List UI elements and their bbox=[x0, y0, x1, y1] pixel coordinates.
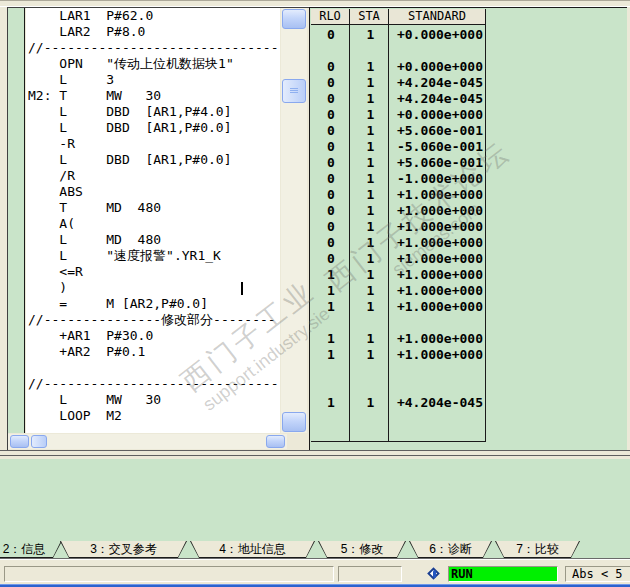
code-line[interactable]: -R bbox=[28, 136, 75, 152]
vertical-scroll-thumb[interactable] bbox=[282, 79, 306, 103]
tab-4[interactable]: 4：地址信息 bbox=[190, 541, 315, 558]
sta-value: 1 bbox=[351, 139, 390, 155]
monitor-row: 01+1.000e+000 bbox=[311, 187, 486, 203]
sta-value: 1 bbox=[351, 267, 390, 283]
rlo-value: 0 bbox=[311, 171, 351, 187]
sta-value: 1 bbox=[351, 219, 390, 235]
tab-6[interactable]: 6：诊断 bbox=[409, 541, 492, 558]
monitor-panel: RLO STA STANDARD 01+0.000e+00001+0.000e+… bbox=[309, 7, 627, 450]
right-arrow-icon bbox=[274, 438, 282, 446]
sta-value: 1 bbox=[351, 347, 390, 363]
code-line[interactable]: /R bbox=[28, 168, 75, 184]
standard-value: -1.000e+000 bbox=[390, 171, 483, 187]
standard-value: +1.000e+000 bbox=[390, 331, 483, 347]
abs-addressing-indicator: Abs < 5 bbox=[565, 566, 630, 582]
tab-label: 3：交叉参考 bbox=[61, 541, 186, 557]
standard-value: +4.204e-045 bbox=[390, 75, 483, 91]
code-line[interactable]: //------------------------------- bbox=[28, 40, 280, 56]
rlo-value: 1 bbox=[311, 267, 351, 283]
code-line[interactable]: L "速度报警".YR1_K bbox=[28, 248, 221, 264]
code-line[interactable]: = M [AR2,P#0.0] bbox=[28, 296, 208, 312]
code-line[interactable]: L DBD [AR1,P#4.0] bbox=[28, 104, 232, 120]
rlo-value: 1 bbox=[311, 347, 351, 363]
code-line[interactable]: LAR1 P#62.0 bbox=[28, 8, 153, 24]
status-field-empty bbox=[338, 566, 402, 582]
standard-value: +1.000e+000 bbox=[390, 219, 483, 235]
thumb-grip-icon bbox=[290, 88, 298, 94]
standard-value: +4.204e-045 bbox=[390, 91, 483, 107]
scroll-left-button[interactable] bbox=[10, 435, 29, 448]
rlo-value: 0 bbox=[311, 203, 351, 219]
horizontal-scroll-thumb[interactable] bbox=[31, 435, 47, 448]
sta-value: 1 bbox=[351, 251, 390, 267]
code-line[interactable]: ) bbox=[28, 280, 67, 296]
up-arrow-icon bbox=[290, 13, 298, 21]
code-line[interactable]: LAR2 P#8.0 bbox=[28, 24, 145, 40]
monitor-row: 01+4.204e-045 bbox=[311, 75, 486, 91]
code-line[interactable]: L 3 bbox=[28, 72, 114, 88]
rlo-value: 0 bbox=[311, 27, 351, 43]
code-line[interactable]: //---------------修改部分-------- bbox=[28, 312, 276, 328]
code-line[interactable]: L MD 480 bbox=[28, 232, 161, 248]
monitor-row: 11+1.000e+000 bbox=[311, 283, 486, 299]
pane-separator[interactable] bbox=[0, 450, 630, 459]
scroll-up-button[interactable] bbox=[282, 9, 306, 29]
header-divider bbox=[311, 24, 486, 25]
code-line[interactable]: LOOP M2 bbox=[28, 408, 122, 424]
monitor-row: 01+1.000e+000 bbox=[311, 251, 486, 267]
monitor-row: 01+0.000e+000 bbox=[311, 107, 486, 123]
code-line[interactable]: OPN "传动上位机数据块1" bbox=[28, 56, 234, 72]
horizontal-scrollbar[interactable] bbox=[8, 434, 287, 449]
rlo-value: 0 bbox=[311, 155, 351, 171]
standard-value: +0.000e+000 bbox=[390, 27, 483, 43]
tab-label: 6：诊断 bbox=[410, 541, 491, 557]
scroll-down-button[interactable] bbox=[282, 412, 306, 432]
code-line[interactable]: L DBD [AR1,P#0.0] bbox=[28, 152, 232, 168]
scrollbar-corner bbox=[287, 434, 307, 449]
code-line[interactable]: +AR2 P#0.1 bbox=[28, 344, 145, 360]
sta-value: 1 bbox=[351, 75, 390, 91]
sta-value: 1 bbox=[351, 283, 390, 299]
toolbar-bottom-strip bbox=[0, 0, 630, 7]
text-caret bbox=[241, 282, 243, 295]
code-line[interactable]: +AR1 P#30.0 bbox=[28, 328, 153, 344]
sta-value: 1 bbox=[351, 187, 390, 203]
tab-label: 7：比较 bbox=[496, 541, 579, 557]
monitor-row: 11+1.000e+000 bbox=[311, 299, 486, 315]
table-bottom-border bbox=[311, 441, 486, 442]
sta-value: 1 bbox=[351, 59, 390, 75]
sta-value: 1 bbox=[351, 331, 390, 347]
rlo-value: 0 bbox=[311, 75, 351, 91]
monitor-row: 01+1.000e+000 bbox=[311, 203, 486, 219]
rlo-value: 1 bbox=[311, 395, 351, 411]
status-field-message bbox=[4, 566, 334, 582]
code-line[interactable]: L MW 30 bbox=[28, 392, 161, 408]
standard-value: +5.060e-001 bbox=[390, 155, 483, 171]
monitor-row: 01+0.000e+000 bbox=[311, 59, 486, 75]
code-line[interactable]: <=R bbox=[28, 264, 83, 280]
code-line[interactable]: //------------------------------- bbox=[28, 376, 280, 392]
tab-2[interactable]: 2：信息 bbox=[0, 541, 62, 558]
code-line[interactable]: M2: T MW 30 bbox=[28, 88, 161, 104]
rlo-value: 1 bbox=[311, 283, 351, 299]
tab-3[interactable]: 3：交叉参考 bbox=[60, 541, 187, 558]
code-line[interactable]: T MD 480 bbox=[28, 200, 161, 216]
standard-value: +1.000e+000 bbox=[390, 203, 483, 219]
code-line[interactable]: L DBD [AR1,P#0.0] bbox=[28, 120, 232, 136]
monitor-row: 11+1.000e+000 bbox=[311, 331, 486, 347]
monitor-row: 11+4.204e-045 bbox=[311, 395, 486, 411]
tab-7[interactable]: 7：比较 bbox=[495, 541, 580, 558]
rlo-value: 1 bbox=[311, 331, 351, 347]
rlo-value: 0 bbox=[311, 123, 351, 139]
code-line[interactable]: ABS bbox=[28, 184, 83, 200]
code-line[interactable]: A( bbox=[28, 216, 75, 232]
monitor-row: 01-5.060e-001 bbox=[311, 139, 486, 155]
monitor-row: 01+5.060e-001 bbox=[311, 155, 486, 171]
scroll-right-button[interactable] bbox=[266, 435, 285, 448]
vertical-scrollbar[interactable] bbox=[281, 8, 307, 433]
separator-line bbox=[0, 455, 630, 456]
tab-5[interactable]: 5：修改 bbox=[318, 541, 406, 558]
code-area[interactable]: LAR1 P#62.0 LAR2 P#8.0//----------------… bbox=[26, 8, 280, 433]
stl-editor-window: LAR1 P#62.0 LAR2 P#8.0//----------------… bbox=[7, 7, 310, 451]
tab-label: 2：信息 bbox=[0, 541, 61, 557]
